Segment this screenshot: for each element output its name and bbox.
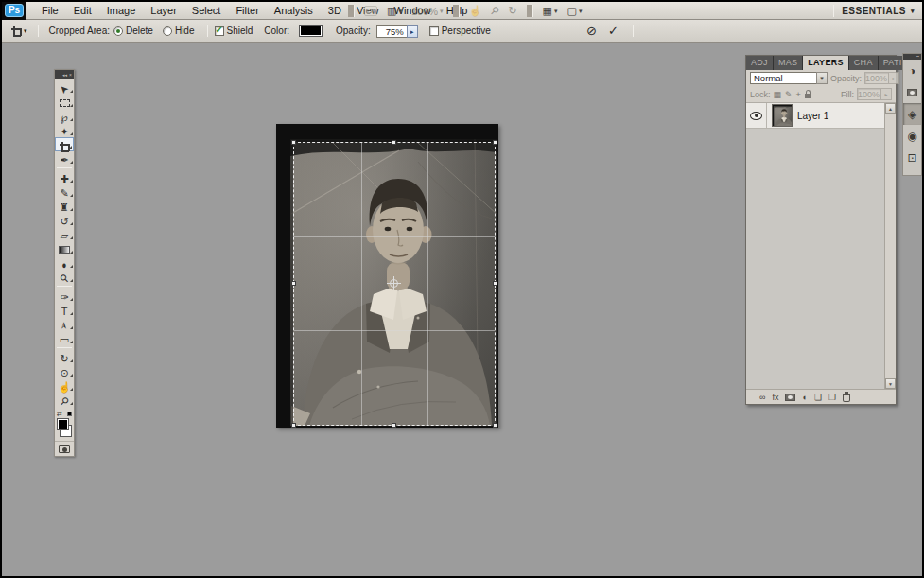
crop-tool-preset[interactable]: ▾ [11, 26, 27, 36]
adjustment-layer-button[interactable]: ◐ [802, 392, 807, 402]
move-tool[interactable]: ➤ [55, 80, 74, 95]
arrange-documents-button[interactable]: ▦ ▾ [540, 5, 561, 17]
crop-handle-top-left[interactable] [291, 140, 296, 145]
layer-thumbnail[interactable] [772, 104, 793, 127]
opacity-value[interactable]: 75% [376, 25, 407, 38]
brush-tool[interactable]: ✎ [55, 184, 74, 199]
menu-item[interactable]: File [34, 2, 66, 19]
pen-tool[interactable]: ✑ [55, 289, 74, 303]
default-colors-icon[interactable] [67, 412, 72, 416]
screen-mode-button[interactable]: ▢ ▾ [565, 5, 585, 17]
add-layer-mask-button[interactable] [785, 392, 795, 402]
lock-transparency-icon[interactable]: ▦ [774, 89, 782, 100]
layer-fill-field[interactable]: 100% ▸ [857, 88, 892, 100]
scroll-up-icon[interactable]: ▲ [885, 103, 896, 114]
spinner-icon[interactable]: ▸ [881, 88, 892, 100]
bridge-button[interactable]: Br [361, 6, 380, 16]
type-tool[interactable]: T [55, 303, 74, 317]
crop-handle-top[interactable] [392, 140, 396, 145]
lasso-tool[interactable]: ℘ [55, 109, 74, 123]
collapse-icon[interactable]: ◂◂ [62, 72, 67, 78]
lock-position-icon[interactable]: + [796, 89, 801, 100]
layers-scrollbar[interactable]: ▲ ▼ [884, 103, 896, 389]
crop-handle-top-right[interactable] [493, 140, 497, 145]
crop-handle-bottom[interactable] [392, 423, 396, 428]
cancel-crop-button[interactable]: ⊘ [586, 23, 597, 40]
crop-handle-bottom-left[interactable] [291, 423, 296, 428]
foreground-color-swatch[interactable] [57, 418, 69, 430]
eyedropper-tool[interactable]: ✒ [55, 151, 74, 166]
rectangle-tool[interactable]: ▭ [55, 331, 74, 345]
layers-panel-icon[interactable]: ◈ [903, 103, 921, 125]
view-extras-button[interactable]: ▥ ▾ [384, 5, 405, 17]
panel-tab[interactable]: LAYERS [803, 56, 848, 70]
crop-handle-left[interactable] [291, 281, 296, 286]
crop-handle-right[interactable] [493, 281, 497, 286]
hide-radio[interactable]: Hide [163, 26, 195, 36]
layer-fill-value[interactable]: 100% [857, 88, 881, 100]
dodge-tool[interactable]: ⚲ [55, 270, 74, 284]
spot-healing-brush-tool[interactable]: ✚ [55, 170, 74, 184]
panel-tab[interactable]: MAS [774, 56, 803, 70]
menu-item[interactable]: Layer [143, 2, 184, 19]
scroll-down-icon[interactable]: ▼ [885, 378, 896, 389]
delete-layer-button[interactable] [843, 392, 850, 402]
layer-opacity-field[interactable]: 100% ▸ [864, 72, 899, 84]
menu-item[interactable]: Select [184, 2, 229, 19]
toolbar-divider[interactable] [527, 5, 533, 17]
crop-handle-bottom-right[interactable] [493, 423, 497, 428]
hand-tool[interactable]: ☝ [55, 378, 74, 393]
commit-crop-button[interactable]: ✓ [608, 23, 619, 40]
layer-name[interactable]: Layer 1 [797, 111, 828, 121]
3d-panel-icon[interactable]: ⊡ [903, 147, 921, 168]
canvas-image[interactable] [276, 124, 498, 428]
blend-mode-value[interactable]: Normal [750, 72, 816, 84]
opacity-spinner-icon[interactable]: ▸ [407, 25, 418, 38]
shield-checkbox[interactable]: ✓ Shield [215, 26, 253, 36]
visibility-toggle[interactable] [746, 103, 767, 128]
lock-pixels-icon[interactable]: ✎ [785, 89, 793, 100]
delete-radio[interactable]: Delete [113, 26, 153, 36]
zoom-level-button[interactable]: 100% ▾ [409, 6, 446, 17]
crop-tool[interactable] [55, 137, 74, 151]
workspace-switcher[interactable]: ESSENTIALS ▾ [830, 2, 915, 20]
close-icon[interactable]: × [69, 72, 72, 78]
clone-stamp-tool[interactable]: ♜ [55, 199, 74, 213]
crop-marquee[interactable] [293, 142, 496, 426]
toolbar-divider[interactable] [348, 5, 355, 17]
quick-selection-tool[interactable]: ✦ [55, 123, 74, 137]
rotate-view-button[interactable]: ↻ [505, 5, 519, 17]
eraser-tool[interactable]: ▱ [55, 227, 74, 241]
blend-mode-select[interactable]: Normal ▾ [750, 72, 828, 84]
hand-tool-button[interactable]: ☝ [466, 5, 485, 17]
layer-opacity-value[interactable]: 100% [864, 72, 889, 84]
panel-tab[interactable]: CHA [849, 56, 879, 70]
new-group-button[interactable]: ❏ [814, 392, 822, 402]
menu-item[interactable]: Filter [228, 2, 266, 19]
toolbar-divider[interactable] [453, 5, 460, 17]
opacity-field[interactable]: 75% ▸ [376, 25, 418, 38]
scrollbar-track[interactable] [885, 114, 896, 378]
blur-tool[interactable]: ● [55, 255, 74, 270]
menu-item[interactable]: Edit [66, 2, 99, 19]
perspective-checkbox[interactable]: Perspective [429, 26, 491, 36]
swap-colors-icon[interactable]: ⇄ [57, 411, 62, 418]
dropdown-arrow-icon[interactable]: ▾ [816, 72, 828, 84]
menu-item[interactable]: Image [99, 2, 144, 19]
gradient-tool[interactable] [55, 241, 74, 255]
layer-row[interactable]: Layer 1 [746, 103, 884, 129]
zoom-tool[interactable]: ⚲ [55, 393, 74, 407]
styles-panel-icon[interactable]: ◉ [903, 125, 921, 147]
spinner-icon[interactable]: ▸ [889, 72, 899, 84]
3d-rotate-tool[interactable]: ↻ [55, 350, 74, 364]
link-layers-button[interactable]: ∞ [759, 392, 765, 402]
history-brush-tool[interactable]: ↺ [55, 213, 74, 227]
shield-color-swatch[interactable] [299, 25, 323, 37]
rectangular-marquee-tool[interactable] [55, 95, 74, 109]
menu-item[interactable]: Analysis [267, 2, 321, 19]
adjustments-panel-icon[interactable]: ◑ [903, 60, 921, 81]
panel-tab[interactable]: ADJ [746, 56, 774, 70]
path-selection-tool[interactable]: ➢ [55, 317, 74, 331]
lock-all-icon[interactable] [805, 94, 811, 98]
layer-style-button[interactable]: fx [772, 392, 778, 402]
